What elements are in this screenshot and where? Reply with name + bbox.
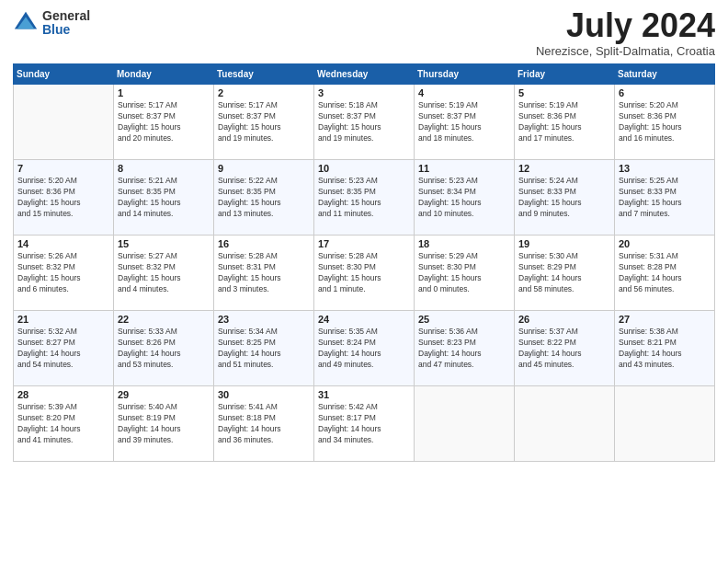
day-number: 29	[118, 389, 210, 400]
logo-text: General Blue	[42, 9, 90, 38]
calendar-cell: 5Sunrise: 5:19 AM Sunset: 8:36 PM Daylig…	[515, 85, 615, 160]
calendar-cell	[14, 85, 114, 160]
weekday-header: Wednesday	[314, 64, 415, 85]
day-info: Sunrise: 5:26 AM Sunset: 8:32 PM Dayligh…	[17, 251, 109, 295]
calendar-cell: 29Sunrise: 5:40 AM Sunset: 8:19 PM Dayli…	[114, 386, 214, 462]
calendar-cell: 23Sunrise: 5:34 AM Sunset: 8:25 PM Dayli…	[214, 311, 314, 386]
day-number: 17	[318, 238, 410, 249]
logo-icon	[13, 10, 39, 36]
day-info: Sunrise: 5:20 AM Sunset: 8:36 PM Dayligh…	[17, 176, 109, 220]
day-info: Sunrise: 5:20 AM Sunset: 8:36 PM Dayligh…	[619, 100, 711, 144]
calendar-cell: 12Sunrise: 5:24 AM Sunset: 8:33 PM Dayli…	[515, 160, 615, 236]
day-number: 21	[17, 314, 109, 325]
day-info: Sunrise: 5:40 AM Sunset: 8:19 PM Dayligh…	[118, 402, 210, 446]
day-info: Sunrise: 5:37 AM Sunset: 8:22 PM Dayligh…	[518, 327, 610, 371]
calendar-cell: 11Sunrise: 5:23 AM Sunset: 8:34 PM Dayli…	[415, 160, 515, 236]
day-info: Sunrise: 5:28 AM Sunset: 8:31 PM Dayligh…	[218, 251, 310, 295]
day-number: 31	[318, 389, 410, 400]
day-info: Sunrise: 5:23 AM Sunset: 8:34 PM Dayligh…	[418, 176, 510, 220]
calendar-cell: 2Sunrise: 5:17 AM Sunset: 8:37 PM Daylig…	[214, 85, 314, 160]
header: General Blue July 2024 Nerezisce, Split-…	[13, 9, 715, 58]
weekday-header: Sunday	[14, 64, 114, 85]
calendar-cell: 27Sunrise: 5:38 AM Sunset: 8:21 PM Dayli…	[615, 311, 715, 386]
calendar-cell: 6Sunrise: 5:20 AM Sunset: 8:36 PM Daylig…	[615, 85, 715, 160]
day-number: 3	[318, 87, 410, 98]
calendar-week-row: 14Sunrise: 5:26 AM Sunset: 8:32 PM Dayli…	[14, 236, 715, 311]
day-number: 27	[619, 314, 711, 325]
calendar-cell: 26Sunrise: 5:37 AM Sunset: 8:22 PM Dayli…	[515, 311, 615, 386]
day-info: Sunrise: 5:22 AM Sunset: 8:35 PM Dayligh…	[218, 176, 310, 220]
weekday-header: Saturday	[615, 64, 715, 85]
day-number: 15	[118, 238, 210, 249]
day-number: 30	[218, 389, 310, 400]
calendar-week-row: 7Sunrise: 5:20 AM Sunset: 8:36 PM Daylig…	[14, 160, 715, 236]
day-info: Sunrise: 5:18 AM Sunset: 8:37 PM Dayligh…	[318, 100, 410, 144]
day-number: 18	[418, 238, 510, 249]
day-info: Sunrise: 5:41 AM Sunset: 8:18 PM Dayligh…	[218, 402, 310, 446]
location: Nerezisce, Split-Dalmatia, Croatia	[536, 44, 715, 58]
day-info: Sunrise: 5:19 AM Sunset: 8:37 PM Dayligh…	[418, 100, 510, 144]
calendar-body: 1Sunrise: 5:17 AM Sunset: 8:37 PM Daylig…	[14, 85, 715, 462]
day-info: Sunrise: 5:42 AM Sunset: 8:17 PM Dayligh…	[318, 402, 410, 446]
day-info: Sunrise: 5:30 AM Sunset: 8:29 PM Dayligh…	[518, 251, 610, 295]
day-number: 6	[619, 87, 711, 98]
calendar-cell: 20Sunrise: 5:31 AM Sunset: 8:28 PM Dayli…	[615, 236, 715, 311]
day-number: 19	[518, 238, 610, 249]
weekday-header: Friday	[515, 64, 615, 85]
day-number: 5	[518, 87, 610, 98]
calendar-cell: 7Sunrise: 5:20 AM Sunset: 8:36 PM Daylig…	[14, 160, 114, 236]
day-number: 7	[17, 163, 109, 174]
calendar-cell: 14Sunrise: 5:26 AM Sunset: 8:32 PM Dayli…	[14, 236, 114, 311]
logo-general: General	[42, 9, 90, 23]
day-info: Sunrise: 5:25 AM Sunset: 8:33 PM Dayligh…	[619, 176, 711, 220]
day-number: 8	[118, 163, 210, 174]
day-number: 9	[218, 163, 310, 174]
day-info: Sunrise: 5:19 AM Sunset: 8:36 PM Dayligh…	[518, 100, 610, 144]
day-number: 2	[218, 87, 310, 98]
day-number: 24	[318, 314, 410, 325]
day-info: Sunrise: 5:34 AM Sunset: 8:25 PM Dayligh…	[218, 327, 310, 371]
day-info: Sunrise: 5:28 AM Sunset: 8:30 PM Dayligh…	[318, 251, 410, 295]
calendar-cell: 19Sunrise: 5:30 AM Sunset: 8:29 PM Dayli…	[515, 236, 615, 311]
calendar-cell: 31Sunrise: 5:42 AM Sunset: 8:17 PM Dayli…	[314, 386, 415, 462]
day-number: 4	[418, 87, 510, 98]
day-info: Sunrise: 5:38 AM Sunset: 8:21 PM Dayligh…	[619, 327, 711, 371]
logo: General Blue	[13, 9, 90, 38]
title-section: July 2024 Nerezisce, Split-Dalmatia, Cro…	[536, 9, 715, 58]
calendar-week-row: 21Sunrise: 5:32 AM Sunset: 8:27 PM Dayli…	[14, 311, 715, 386]
calendar-cell: 4Sunrise: 5:19 AM Sunset: 8:37 PM Daylig…	[415, 85, 515, 160]
calendar-week-row: 28Sunrise: 5:39 AM Sunset: 8:20 PM Dayli…	[14, 386, 715, 462]
calendar-cell: 17Sunrise: 5:28 AM Sunset: 8:30 PM Dayli…	[314, 236, 415, 311]
calendar-cell: 30Sunrise: 5:41 AM Sunset: 8:18 PM Dayli…	[214, 386, 314, 462]
day-info: Sunrise: 5:17 AM Sunset: 8:37 PM Dayligh…	[118, 100, 210, 144]
calendar-week-row: 1Sunrise: 5:17 AM Sunset: 8:37 PM Daylig…	[14, 85, 715, 160]
calendar-cell: 21Sunrise: 5:32 AM Sunset: 8:27 PM Dayli…	[14, 311, 114, 386]
day-info: Sunrise: 5:33 AM Sunset: 8:26 PM Dayligh…	[118, 327, 210, 371]
calendar-cell: 22Sunrise: 5:33 AM Sunset: 8:26 PM Dayli…	[114, 311, 214, 386]
calendar-cell: 3Sunrise: 5:18 AM Sunset: 8:37 PM Daylig…	[314, 85, 415, 160]
day-number: 16	[218, 238, 310, 249]
weekday-row: SundayMondayTuesdayWednesdayThursdayFrid…	[14, 64, 715, 85]
day-info: Sunrise: 5:24 AM Sunset: 8:33 PM Dayligh…	[518, 176, 610, 220]
calendar-cell: 25Sunrise: 5:36 AM Sunset: 8:23 PM Dayli…	[415, 311, 515, 386]
month-title: July 2024	[536, 9, 715, 42]
calendar-header: SundayMondayTuesdayWednesdayThursdayFrid…	[14, 64, 715, 85]
day-info: Sunrise: 5:36 AM Sunset: 8:23 PM Dayligh…	[418, 327, 510, 371]
weekday-header: Monday	[114, 64, 214, 85]
calendar-cell	[415, 386, 515, 462]
day-number: 14	[17, 238, 109, 249]
calendar-cell: 16Sunrise: 5:28 AM Sunset: 8:31 PM Dayli…	[214, 236, 314, 311]
day-info: Sunrise: 5:23 AM Sunset: 8:35 PM Dayligh…	[318, 176, 410, 220]
calendar-cell: 18Sunrise: 5:29 AM Sunset: 8:30 PM Dayli…	[415, 236, 515, 311]
day-number: 13	[619, 163, 711, 174]
day-info: Sunrise: 5:39 AM Sunset: 8:20 PM Dayligh…	[17, 402, 109, 446]
calendar-cell: 1Sunrise: 5:17 AM Sunset: 8:37 PM Daylig…	[114, 85, 214, 160]
day-info: Sunrise: 5:17 AM Sunset: 8:37 PM Dayligh…	[218, 100, 310, 144]
calendar-cell: 10Sunrise: 5:23 AM Sunset: 8:35 PM Dayli…	[314, 160, 415, 236]
day-number: 22	[118, 314, 210, 325]
day-number: 12	[518, 163, 610, 174]
day-number: 20	[619, 238, 711, 249]
day-number: 1	[118, 87, 210, 98]
calendar-cell: 8Sunrise: 5:21 AM Sunset: 8:35 PM Daylig…	[114, 160, 214, 236]
day-number: 11	[418, 163, 510, 174]
